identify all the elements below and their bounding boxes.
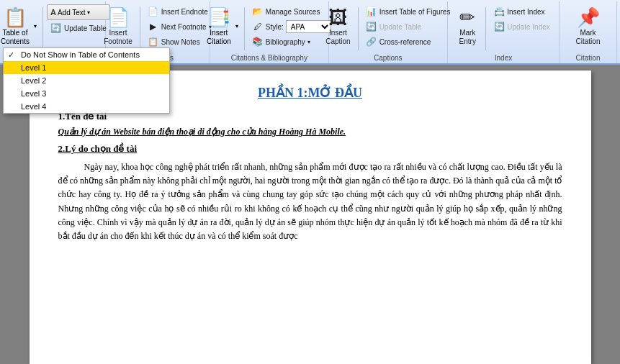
- insert-index-btn[interactable]: 📇 Insert Index: [490, 4, 554, 19]
- ribbon-group-citations: 📑 InsertCitation ▾ 📂 Manage Sources 🖊 St…: [210, 1, 328, 63]
- add-text-label: Add Text: [58, 9, 86, 17]
- divider: [42, 7, 43, 50]
- mark-citation-btn[interactable]: 📌 MarkCitation: [572, 4, 604, 48]
- endnote-icon: 📄: [148, 6, 159, 17]
- update-index-btn: 🔄 Update Index: [490, 19, 554, 34]
- add-text-dropdown: Do Not Show in Table of Contents Level 1…: [3, 47, 170, 114]
- body-text: Ngày nay, khoa học công nghệ phát triển …: [58, 160, 562, 243]
- captions-group-label: Captions: [374, 54, 402, 62]
- ribbon-group-index: ✏ MarkEntry 📇 Insert Index 🔄 Update Inde…: [448, 1, 560, 63]
- ribbon: 📋 Table ofContents ▾ A Add Text ▾ 🔄 Upda…: [0, 0, 620, 65]
- document-page: PHẦN 1:MỞ ĐẦU 1.Tên đề tài Quản lý dự án…: [30, 70, 591, 364]
- citation-icon: 📑: [207, 6, 230, 29]
- add-text-arrow: ▾: [87, 9, 90, 16]
- index-right: 📇 Insert Index 🔄 Update Index: [490, 4, 554, 34]
- dropdown-item-level4[interactable]: Level 4: [4, 100, 169, 113]
- update-table-toc-icon: 🔄: [50, 22, 62, 34]
- bibliography-label: Bibliography: [266, 38, 305, 46]
- citation-arrow[interactable]: ▾: [234, 21, 241, 32]
- mark-citation-label: MarkCitation: [576, 29, 601, 46]
- bibliography-arrow: ▾: [307, 39, 310, 45]
- add-text-icon: A: [50, 8, 56, 17]
- ribbon-group-toa: 📌 MarkCitation Citation: [560, 1, 617, 63]
- dropdown-item-no-show[interactable]: Do Not Show in Table of Contents: [4, 48, 169, 61]
- dropdown-item-level3[interactable]: Level 3: [4, 87, 169, 100]
- mark-entry-label: MarkEntry: [459, 29, 476, 46]
- update-table-cap-label: Update Table: [379, 23, 422, 31]
- cross-ref-icon: 🔗: [366, 36, 377, 47]
- captions-right: 📊 Insert Table of Figures 🔄 Update Table…: [362, 4, 454, 49]
- insert-index-label: Insert Index: [507, 8, 544, 16]
- toa-group-label: Citation: [576, 54, 601, 62]
- insert-footnote-btn[interactable]: 📄 InsertFootnote: [100, 4, 135, 48]
- next-fn-icon: ▶: [148, 21, 159, 32]
- caption-icon: 🖼: [328, 6, 347, 29]
- bibliography-icon: 📚: [252, 36, 264, 47]
- insert-caption-btn[interactable]: 🖼 InsertCaption: [322, 4, 354, 48]
- next-fn-label: Next Footnote: [161, 23, 207, 31]
- update-table-cap-btn: 🔄 Update Table: [362, 19, 454, 34]
- divider4: [358, 7, 359, 50]
- caption-label: InsertCaption: [325, 29, 350, 46]
- toc-icon: 📋: [4, 6, 27, 29]
- manage-sources-icon: 📂: [252, 6, 264, 17]
- insert-table-figures-btn[interactable]: 📊 Insert Table of Figures: [362, 4, 454, 19]
- insert-citation-btn[interactable]: 📑 InsertCitation ▾: [204, 4, 241, 48]
- show-notes-label: Show Notes: [161, 38, 200, 46]
- toc-arrow[interactable]: ▾: [32, 21, 39, 32]
- citation-label: InsertCitation: [207, 29, 231, 46]
- ribbon-group-toc: 📋 Table ofContents ▾ A Add Text ▾ 🔄 Upda…: [3, 1, 106, 63]
- citation-main[interactable]: 📑 InsertCitation: [204, 4, 234, 48]
- mark-entry-btn[interactable]: ✏ MarkEntry: [453, 4, 482, 48]
- mark-entry-icon: ✏: [459, 6, 475, 29]
- insert-index-icon: 📇: [493, 6, 505, 17]
- manage-sources-label: Manage Sources: [266, 8, 320, 16]
- endnote-label: Insert Endnote: [161, 8, 208, 16]
- divider3: [244, 7, 245, 50]
- cross-ref-label: Cross-reference: [379, 38, 431, 46]
- dropdown-item-level2[interactable]: Level 2: [4, 74, 169, 87]
- table-figures-label: Insert Table of Figures: [379, 8, 451, 16]
- heading2: 2.Lý do chọn đề tài: [58, 143, 562, 155]
- toc-main[interactable]: 📋 Table ofContents: [0, 4, 32, 48]
- ribbon-group-captions: 🖼 InsertCaption 📊 Insert Table of Figure…: [329, 1, 448, 63]
- table-figures-icon: 📊: [366, 6, 377, 17]
- update-index-label: Update Index: [507, 23, 550, 31]
- table-of-contents-btn[interactable]: 📋 Table ofContents ▾: [0, 4, 39, 48]
- update-table-cap-icon: 🔄: [366, 21, 377, 32]
- update-index-icon: 🔄: [493, 21, 505, 32]
- divider2: [140, 7, 140, 50]
- show-notes-icon: 📋: [148, 36, 159, 47]
- citations-group-label: Citations & Bibliography: [231, 54, 307, 62]
- dropdown-item-level1[interactable]: Level 1: [4, 61, 169, 74]
- divider5: [485, 7, 486, 50]
- toc-label: Table ofContents: [1, 29, 30, 46]
- insert-footnote-label: InsertFootnote: [104, 29, 132, 46]
- insert-footnote-icon: 📄: [107, 6, 130, 29]
- style-icon: 🖊: [252, 21, 264, 32]
- index-group-label: Index: [495, 54, 512, 62]
- style-label: Style:: [266, 23, 284, 31]
- cross-reference-btn[interactable]: 🔗 Cross-reference: [362, 35, 454, 49]
- mark-citation-icon: 📌: [577, 6, 600, 29]
- subtitle: Quản lý dự án Website bán điện thoại di …: [58, 127, 562, 137]
